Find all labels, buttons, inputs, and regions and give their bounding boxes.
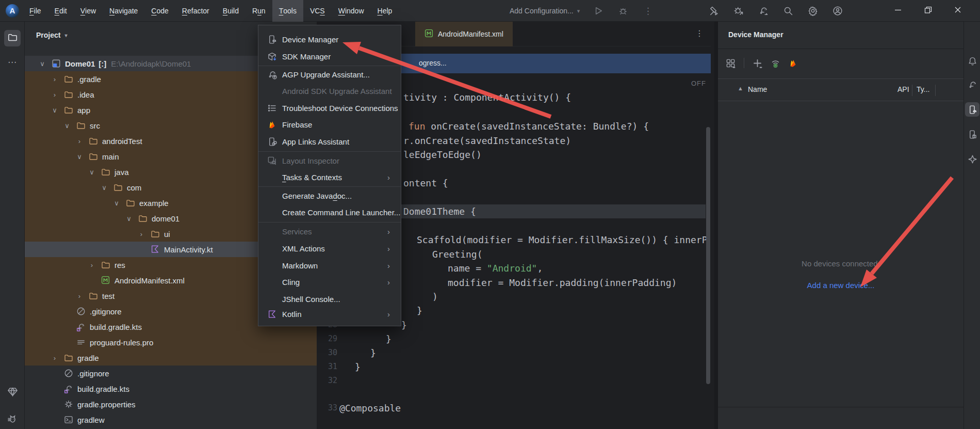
menu-item-kotlin[interactable]: Kotlin› <box>258 306 401 322</box>
chevron-down-icon[interactable]: ∨ <box>125 215 133 223</box>
run-widget: Add Configuration... ▾ ⋮ <box>510 0 654 22</box>
user-avatar-button[interactable] <box>831 5 844 17</box>
menu-item-xml-actions[interactable]: XML Actions› <box>258 241 401 256</box>
attach-debugger-button[interactable] <box>732 5 745 17</box>
menu-item-jshell-console[interactable]: JShell Console... <box>258 291 401 307</box>
editor-tab-androidmanifest[interactable]: AndroidManifest.xml <box>415 22 513 46</box>
menu-item-tasks-contexts[interactable]: Tasks & Contexts› <box>258 169 401 185</box>
column-type[interactable]: Ty... <box>917 85 929 93</box>
off-label: OFF <box>691 80 706 87</box>
menu-item-agp-upgrade-assistant[interactable]: AGP Upgrade Assistant... <box>258 67 401 82</box>
menu-file[interactable]: File <box>23 0 48 22</box>
tree-row-gradle[interactable]: ›gradle <box>25 350 317 366</box>
tree-row-label: app <box>77 106 90 115</box>
menu-item-device-manager[interactable]: Device Manager <box>258 31 401 47</box>
menu-item-markdown[interactable]: Markdown› <box>258 258 401 273</box>
mascot-tool-window-button[interactable] <box>4 412 21 428</box>
build-hammer-icon <box>709 6 719 16</box>
menu-help[interactable]: Help <box>371 0 399 22</box>
notifications-bell-button[interactable] <box>965 54 979 68</box>
chevron-right-icon[interactable]: › <box>51 91 59 99</box>
more-vertical-button[interactable]: ⋮ <box>642 5 654 17</box>
assistant-gem-icon <box>968 154 977 164</box>
folder-icon <box>126 198 135 208</box>
title-bar: A FileEditViewNavigateCodeRefactorBuildR… <box>0 0 980 22</box>
chevron-down-icon[interactable]: ∨ <box>100 184 108 192</box>
search-everywhere-button[interactable] <box>782 5 794 17</box>
tree-row--gitignore[interactable]: .gitignore <box>25 366 317 381</box>
menu-item-app-links-assistant[interactable]: App Links Assistant <box>258 134 401 149</box>
run-play-button[interactable] <box>592 5 605 17</box>
menu-tools[interactable]: Tools <box>272 0 303 22</box>
chevron-right-icon[interactable]: › <box>88 261 96 269</box>
android-studio-window: A FileEditViewNavigateCodeRefactorBuildR… <box>0 0 980 429</box>
device-explorer-button[interactable] <box>965 127 979 141</box>
column-api[interactable]: API <box>897 85 909 93</box>
chevron-right-icon[interactable]: › <box>137 230 145 238</box>
project-panel-header[interactable]: Project ▾ <box>36 31 68 39</box>
tree-row-proguard-rules-pro[interactable]: proguard-rules.pro <box>25 335 317 350</box>
add-new-device-link[interactable]: Add a new device... <box>718 281 963 290</box>
chevron-down-icon[interactable]: ∨ <box>88 168 96 176</box>
close-button[interactable] <box>943 0 973 22</box>
device-manager-phone-button[interactable] <box>965 102 979 117</box>
menu-item-cling[interactable]: Cling› <box>258 274 401 290</box>
menu-edit[interactable]: Edit <box>48 0 74 22</box>
group-grid-button[interactable] <box>726 58 736 68</box>
chevron-right-icon[interactable]: › <box>51 354 59 362</box>
editor-scrollbar[interactable] <box>706 127 710 384</box>
gem-tool-window-button[interactable] <box>4 384 21 401</box>
editor-options-icon[interactable]: ⋮ <box>695 28 704 38</box>
code-line: leEdgeToEdge() <box>403 148 482 162</box>
gradle-sync-button[interactable] <box>757 5 770 17</box>
agp-upgrade-icon <box>267 69 277 80</box>
column-name[interactable]: Name <box>748 85 767 93</box>
chevron-down-icon[interactable]: ∨ <box>51 106 59 114</box>
gradle-elephant-button[interactable] <box>965 77 979 92</box>
debug-bug-button[interactable] <box>617 5 629 17</box>
menu-refactor[interactable]: Refactor <box>175 0 216 22</box>
menu-build[interactable]: Build <box>216 0 246 22</box>
chevron-down-icon[interactable]: ∨ <box>38 60 46 68</box>
build-hammer-button[interactable] <box>708 5 720 17</box>
tree-row-build-gradle-kts[interactable]: build.gradle.kts <box>25 381 317 396</box>
folder-icon <box>113 183 123 192</box>
menu-item-firebase[interactable]: Firebase <box>258 117 401 132</box>
tree-row-gradlew[interactable]: gradlew <box>25 412 317 427</box>
settings-gear-button[interactable] <box>807 5 819 17</box>
project-tool-window-button[interactable] <box>4 30 21 46</box>
menu-item-sdk-manager[interactable]: SDK Manager <box>258 49 401 64</box>
assistant-gem-button[interactable] <box>965 152 979 166</box>
chevron-down-icon[interactable]: ∨ <box>112 199 121 207</box>
menu-item-troubleshoot-device-connections[interactable]: Troubleshoot Device Connections <box>258 100 401 116</box>
tree-row-gradle-properties[interactable]: gradle.properties <box>25 396 317 412</box>
chevron-right-icon[interactable]: › <box>51 75 59 83</box>
menu-separator <box>258 222 401 223</box>
sort-asc-icon[interactable]: ▲ <box>738 85 743 91</box>
project-path: E:\Androidapk\Dome01 <box>111 59 191 68</box>
more-tool-windows-button[interactable]: ⋯ <box>4 54 21 70</box>
firebase-button[interactable] <box>789 59 797 68</box>
menu-code[interactable]: Code <box>144 0 175 22</box>
terminal-icon <box>64 415 73 424</box>
chevron-right-icon[interactable]: › <box>75 137 84 145</box>
menu-view[interactable]: View <box>74 0 103 22</box>
menu-item-create-command-line-launcher[interactable]: Create Command Line Launcher... <box>258 204 401 220</box>
code-line: ) <box>432 290 438 304</box>
menu-window[interactable]: Window <box>332 0 371 22</box>
chevron-right-icon[interactable]: › <box>75 292 84 300</box>
chevron-down-icon[interactable]: ∨ <box>75 153 84 161</box>
chevron-down-icon[interactable]: ∨ <box>63 122 71 130</box>
menu-vcs[interactable]: VCS <box>303 0 332 22</box>
folder-icon <box>64 74 73 84</box>
menu-navigate[interactable]: Navigate <box>103 0 144 22</box>
pair-wifi-button[interactable] <box>771 58 780 68</box>
restore-button[interactable] <box>913 0 943 22</box>
menu-run[interactable]: Run <box>246 0 272 22</box>
kotlin-icon <box>267 309 277 319</box>
run-configuration-select[interactable]: Add Configuration... ▾ <box>510 7 580 15</box>
add-device-button[interactable] <box>753 58 762 68</box>
minimize-button[interactable] <box>883 0 913 22</box>
menu-item-generate-javadoc[interactable]: Generate Javadoc... <box>258 188 401 203</box>
line-number: 31 <box>317 360 337 374</box>
